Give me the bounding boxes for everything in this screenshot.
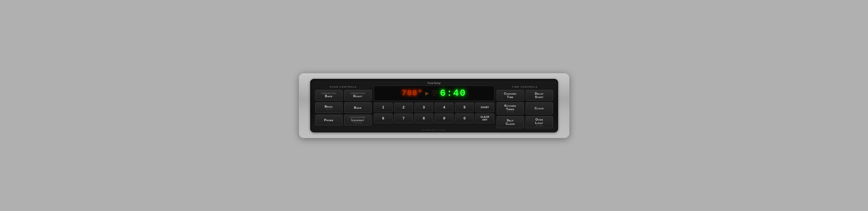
key-8[interactable]: 8 bbox=[414, 114, 433, 123]
key-2[interactable]: 2 bbox=[394, 102, 413, 112]
delay-start-button[interactable]: Delay Start bbox=[526, 90, 553, 100]
status-indicators: PROBE LOCKED HOT bbox=[431, 90, 437, 96]
cooking-time-line1: Cooking bbox=[504, 92, 517, 95]
delay-start-line2: Start bbox=[535, 95, 544, 99]
time-buttons-grid: Cooking Time Delay Start Kitchen Timer O… bbox=[497, 90, 553, 128]
numpad-area: 1 2 3 4 5 START 6 7 8 9 0 CLEAR OFF bbox=[374, 102, 494, 123]
broil-main: Broil bbox=[324, 105, 333, 108]
oven-light-line1: Oven bbox=[535, 118, 543, 121]
temperature-display: 788° bbox=[402, 89, 423, 97]
key-3[interactable]: 3 bbox=[414, 102, 433, 112]
key-6[interactable]: 6 bbox=[374, 114, 393, 123]
conv-bake-main: Bake bbox=[325, 94, 333, 98]
conv-roast-sub: Convection bbox=[350, 92, 365, 95]
key-5[interactable]: 5 bbox=[455, 102, 474, 112]
kitchen-timer-line2: Timer bbox=[506, 107, 514, 111]
delay-start-line1: Delay bbox=[535, 92, 544, 95]
conv-bake-sub: Convection bbox=[321, 92, 336, 95]
key-0[interactable]: 0 bbox=[455, 114, 474, 123]
main-row: Oven Controls Convection Bake Convection… bbox=[315, 86, 553, 128]
cooking-time-line2: Time bbox=[507, 95, 514, 99]
kitchen-timer-button[interactable]: Kitchen Timer On / Off bbox=[497, 102, 524, 114]
lockout-sub: Gas/Control bbox=[350, 116, 366, 119]
broil-button[interactable]: Broil Hi / Lo bbox=[315, 102, 343, 113]
kitchen-timer-note: On / Off bbox=[507, 111, 513, 113]
oven-controls-section: Oven Controls Convection Bake Convection… bbox=[315, 86, 372, 128]
convection-roast-button[interactable]: Convection Roast bbox=[344, 90, 372, 100]
key-9[interactable]: 9 bbox=[435, 114, 454, 123]
oven-controls-title: Oven Controls bbox=[330, 86, 356, 88]
start-button[interactable]: START bbox=[475, 102, 494, 112]
brand-label: TrueTemp bbox=[315, 82, 553, 85]
clear-line2: OFF bbox=[482, 118, 487, 121]
control-panel: TrueTemp Oven Controls Convection Bake C… bbox=[310, 79, 558, 132]
kitchen-timer-line1: Kitchen bbox=[504, 104, 516, 107]
lockout-main: Lockout bbox=[351, 118, 364, 122]
gas-control-lockout-button[interactable]: Gas/Control Lockout Hold 3 Sec bbox=[344, 115, 372, 126]
center-section: 788° ▶ PROBE LOCKED HOT 6:40 1 2 3 4 5 bbox=[374, 86, 494, 128]
time-controls-title: Time Controls bbox=[512, 86, 538, 88]
oven-light-line2: Light bbox=[535, 121, 543, 124]
status-probe: PROBE bbox=[432, 90, 437, 92]
probe-main: Probe bbox=[324, 118, 334, 122]
bake-button[interactable]: Bake bbox=[344, 102, 372, 113]
bake-main: Bake bbox=[354, 106, 362, 109]
conv-roast-main: Roast bbox=[353, 94, 363, 98]
self-clean-line2: Clean bbox=[506, 122, 515, 125]
broil-note: Hi / Lo bbox=[326, 109, 331, 110]
time-controls-section: Time Controls Cooking Time Delay Start K… bbox=[497, 86, 553, 128]
oven-buttons-grid: Convection Bake Convection Roast Broil H… bbox=[315, 90, 372, 126]
self-clean-line1: Self bbox=[507, 119, 514, 122]
clear-line1: CLEAR bbox=[480, 116, 489, 118]
oven-light-note: On / Off bbox=[536, 125, 542, 126]
cooking-time-button[interactable]: Cooking Time bbox=[497, 90, 524, 100]
key-4[interactable]: 4 bbox=[435, 102, 454, 112]
clear-off-button[interactable]: CLEAR OFF bbox=[475, 114, 494, 123]
key-1[interactable]: 1 bbox=[374, 102, 393, 112]
fan-icon: ▶ bbox=[425, 90, 429, 96]
status-locked: LOCKED bbox=[431, 92, 437, 94]
key-7[interactable]: 7 bbox=[394, 114, 413, 123]
clock-button[interactable]: Clock bbox=[526, 102, 553, 114]
appliance-outer: TrueTemp Oven Controls Convection Bake C… bbox=[299, 73, 569, 138]
probe-button[interactable]: Probe bbox=[315, 115, 343, 126]
time-display: 6:40 bbox=[440, 88, 466, 99]
clock-label: Clock bbox=[534, 107, 544, 110]
convection-bake-button[interactable]: Convection Bake bbox=[315, 90, 343, 100]
status-hot: HOT bbox=[433, 95, 436, 96]
start-label: START bbox=[480, 106, 489, 109]
lockout-note: Hold 3 Sec bbox=[353, 122, 362, 124]
oven-light-button[interactable]: Oven Light On / Off bbox=[526, 116, 553, 128]
self-clean-button[interactable]: Self Clean bbox=[497, 116, 524, 128]
convection-label: Convection bbox=[422, 129, 446, 131]
display-area: 788° ▶ PROBE LOCKED HOT 6:40 bbox=[374, 86, 494, 101]
